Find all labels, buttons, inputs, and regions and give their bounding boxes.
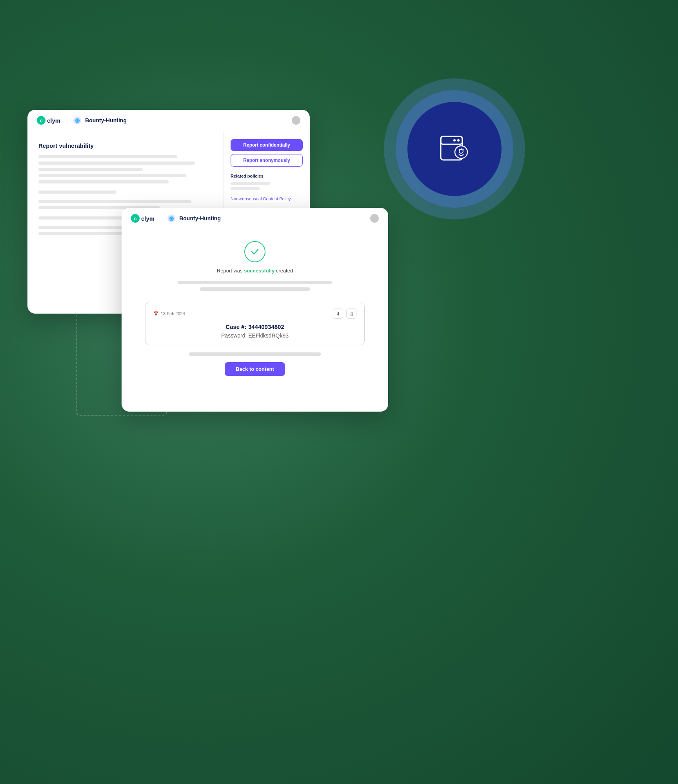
- svg-point-4: [455, 146, 467, 158]
- logo-text: clym: [47, 117, 60, 124]
- success-checkmark-icon: [244, 241, 265, 262]
- related-placeholder-2: [231, 187, 260, 190]
- success-placeholder-2: [200, 287, 310, 291]
- related-policies-title: Related policies: [231, 174, 303, 178]
- placeholder-line-6: [38, 191, 116, 194]
- header-right: [292, 116, 300, 125]
- report-confidentially-button[interactable]: Report confidentially: [231, 139, 303, 151]
- header-divider: [67, 116, 67, 124]
- placeholder-line-3: [38, 168, 143, 171]
- non-consensual-policy-link[interactable]: Non-consensual Content Policy: [231, 196, 291, 201]
- card2-logo: clym: [131, 214, 155, 223]
- report-anonymously-button[interactable]: Report anonymously: [231, 154, 303, 167]
- svg-point-3: [453, 139, 456, 142]
- case-number: Case #: 34440934802: [153, 323, 356, 330]
- card2-header: clym 🌐 Bounty-Hunting: [122, 208, 388, 229]
- placeholder-line-7: [38, 200, 191, 203]
- placeholder-line-1: [38, 155, 177, 158]
- card1-header: clym 🌐 Bounty-Hunting: [27, 110, 310, 131]
- case-password: Password: EEFklksdRQk93: [153, 332, 356, 339]
- success-placeholder-1: [178, 281, 332, 284]
- report-success-card: clym 🌐 Bounty-Hunting Report was success…: [122, 208, 388, 412]
- placeholder-line-4: [38, 174, 186, 177]
- case-date: 📅 13 Feb 2024: [153, 311, 185, 316]
- related-placeholder-1: [231, 182, 270, 185]
- card2-body: Report was successfully created 📅 13 Feb…: [122, 229, 388, 388]
- case-card-header: 📅 13 Feb 2024 ⬇ 🖨: [153, 309, 356, 319]
- page-icon: 🌐: [73, 116, 81, 124]
- calendar-icon: 📅: [153, 311, 159, 316]
- security-server-icon: [433, 127, 476, 171]
- placeholder-line-5: [38, 180, 169, 183]
- placeholder-line-11: [38, 232, 134, 235]
- circle-ring-inner: [407, 102, 502, 196]
- print-button[interactable]: 🖨: [346, 309, 356, 319]
- svg-point-2: [457, 139, 460, 142]
- logo: clym: [37, 116, 60, 125]
- success-placeholder-3: [189, 352, 321, 356]
- download-button[interactable]: ⬇: [333, 309, 343, 319]
- logo-icon: [37, 116, 45, 125]
- placeholder-line-9: [38, 216, 125, 220]
- success-message: Report was successfully created: [217, 268, 293, 274]
- case-details-card: 📅 13 Feb 2024 ⬇ 🖨 Case #: 34440934802 Pa…: [145, 302, 365, 345]
- back-to-content-button[interactable]: Back to content: [225, 362, 285, 376]
- card1-page-title: Bounty-Hunting: [85, 117, 127, 123]
- user-icon: [292, 116, 300, 125]
- case-actions: ⬇ 🖨: [333, 309, 356, 319]
- card2-header-divider: [161, 214, 161, 222]
- card2-page-icon: 🌐: [167, 214, 175, 222]
- card2-page-title: Bounty-Hunting: [179, 215, 221, 221]
- card2-logo-text: clym: [141, 215, 155, 222]
- card2-header-right: [370, 214, 379, 223]
- placeholder-line-2: [38, 162, 195, 165]
- card2-logo-icon: [131, 214, 140, 223]
- section-title: Report vulnerability: [38, 142, 212, 149]
- card2-user-icon: [370, 214, 379, 223]
- circle-badge: [384, 78, 525, 220]
